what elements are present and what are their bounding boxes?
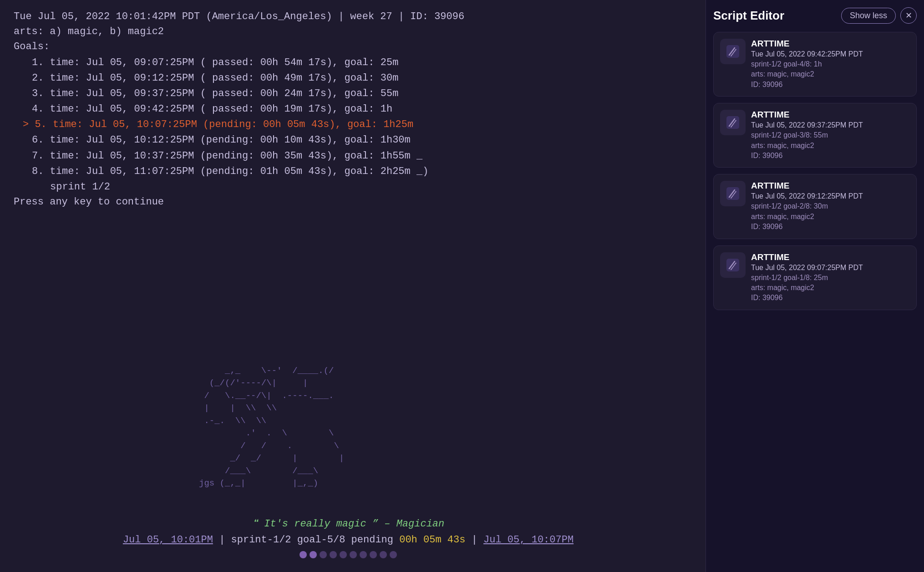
card-icon-2 — [720, 181, 746, 206]
goal-item-6: 6. time: Jul 05, 10:12:25PM (pending: 00… — [14, 133, 692, 148]
card-icon-1 — [720, 110, 746, 135]
script-card-3[interactable]: ARTTIMETue Jul 05, 2022 09:07:25PM PDTsp… — [713, 245, 917, 310]
card-content-0: ARTTIMETue Jul 05, 2022 09:42:25PM PDTsp… — [751, 39, 910, 90]
svg-rect-9 — [726, 259, 739, 271]
bottom-area: ❝ It's really magic ” – Magician Jul 05,… — [0, 517, 696, 558]
goal-item-8: 8. time: Jul 05, 11:07:25PM (pending: 01… — [14, 164, 692, 179]
status-sep1: | — [213, 534, 231, 546]
card-datetime-3: Tue Jul 05, 2022 09:07:25PM PDT — [751, 264, 910, 272]
card-detail-0: sprint-1/2 goal-4/8: 1harts: magic, magi… — [751, 59, 910, 90]
card-datetime-1: Tue Jul 05, 2022 09:37:25PM PDT — [751, 121, 910, 129]
sidebar: Script Editor Show less ✕ ARTTIMETue Jul… — [706, 0, 924, 572]
svg-rect-3 — [726, 116, 739, 129]
dot-4 — [340, 551, 347, 558]
card-app-name-1: ARTTIME — [751, 110, 910, 120]
header-datetime: Tue Jul 05, 2022 10:01:42PM PDT (America… — [14, 11, 692, 22]
svg-rect-0 — [726, 45, 739, 58]
card-app-name-0: ARTTIME — [751, 39, 910, 49]
quote-text: It's really magic ” – Magician — [264, 518, 444, 530]
quote-open: ❝ — [252, 518, 264, 530]
script-cards: ARTTIMETue Jul 05, 2022 09:42:25PM PDTsp… — [713, 32, 917, 310]
goal-item-7: 7. time: Jul 05, 10:37:25PM (pending: 00… — [14, 148, 692, 164]
dot-1 — [310, 551, 317, 558]
show-less-button[interactable]: Show less — [841, 8, 896, 24]
card-content-3: ARTTIMETue Jul 05, 2022 09:07:25PM PDTsp… — [751, 252, 910, 303]
dot-7 — [370, 551, 377, 558]
dot-9 — [390, 551, 397, 558]
card-detail-1: sprint-1/2 goal-3/8: 55marts: magic, mag… — [751, 130, 910, 161]
script-card-2[interactable]: ARTTIMETue Jul 05, 2022 09:12:25PM PDTsp… — [713, 174, 917, 239]
card-datetime-0: Tue Jul 05, 2022 09:42:25PM PDT — [751, 50, 910, 58]
card-detail-2: sprint-1/2 goal-2/8: 30marts: magic, mag… — [751, 201, 910, 232]
dot-6 — [360, 551, 367, 558]
sidebar-title: Script Editor — [713, 9, 784, 23]
card-content-2: ARTTIMETue Jul 05, 2022 09:12:25PM PDTsp… — [751, 181, 910, 232]
svg-rect-6 — [726, 187, 739, 200]
goal-item-4: 4. time: Jul 05, 09:42:25PM ( passed: 00… — [14, 102, 692, 117]
main-area: Tue Jul 05, 2022 10:01:42PM PDT (America… — [0, 0, 706, 572]
script-card-0[interactable]: ARTTIMETue Jul 05, 2022 09:42:25PM PDTsp… — [713, 32, 917, 97]
ascii-art: _,_ \--' /____.(/ (_/(/'----/\| | / \.__… — [173, 365, 696, 490]
press-continue: Press any key to continue — [14, 196, 692, 208]
dot-8 — [380, 551, 387, 558]
dot-3 — [330, 551, 337, 558]
quote-line: ❝ It's really magic ” – Magician — [0, 517, 696, 530]
sprint-label: sprint 1/2 — [14, 181, 692, 193]
dot-2 — [320, 551, 327, 558]
card-content-1: ARTTIMETue Jul 05, 2022 09:37:25PM PDTsp… — [751, 110, 910, 161]
card-app-name-3: ARTTIME — [751, 252, 910, 262]
status-date2: Jul 05, 10:07PM — [483, 534, 574, 546]
status-pending: 00h 05m 43s — [399, 534, 465, 546]
status-date1: Jul 05, 10:01PM — [123, 534, 213, 546]
goal-item-5: 5. time: Jul 05, 10:07:25PM (pending: 00… — [14, 117, 692, 133]
dot-0 — [300, 551, 307, 558]
arts-line: arts: a) magic, b) magic2 — [14, 26, 692, 37]
script-card-1[interactable]: ARTTIMETue Jul 05, 2022 09:37:25PM PDTsp… — [713, 103, 917, 168]
ascii-art-area: _,_ \--' /____.(/ (_/(/'----/\| | / \.__… — [173, 365, 696, 490]
sidebar-controls: Show less ✕ — [841, 7, 917, 24]
status-bar: Jul 05, 10:01PM | sprint-1/2 goal-5/8 pe… — [0, 534, 696, 546]
sidebar-header: Script Editor Show less ✕ — [713, 7, 917, 24]
goals-list: 1. time: Jul 05, 09:07:25PM ( passed: 00… — [14, 55, 692, 179]
status-sep2: | — [465, 534, 483, 546]
goal-item-3: 3. time: Jul 05, 09:37:25PM ( passed: 00… — [14, 86, 692, 102]
dots-bar — [0, 551, 696, 558]
goal-item-2: 2. time: Jul 05, 09:12:25PM ( passed: 00… — [14, 71, 692, 86]
close-button[interactable]: ✕ — [900, 7, 917, 24]
card-app-name-2: ARTTIME — [751, 181, 910, 191]
card-datetime-2: Tue Jul 05, 2022 09:12:25PM PDT — [751, 192, 910, 200]
dot-5 — [350, 551, 357, 558]
card-icon-0 — [720, 39, 746, 64]
goal-item-1: 1. time: Jul 05, 09:07:25PM ( passed: 00… — [14, 55, 692, 71]
card-icon-3 — [720, 252, 746, 278]
card-detail-3: sprint-1/2 goal-1/8: 25marts: magic, mag… — [751, 273, 910, 303]
goals-label: Goals: — [14, 41, 692, 52]
status-goal: sprint-1/2 goal-5/8 pending — [231, 534, 393, 546]
